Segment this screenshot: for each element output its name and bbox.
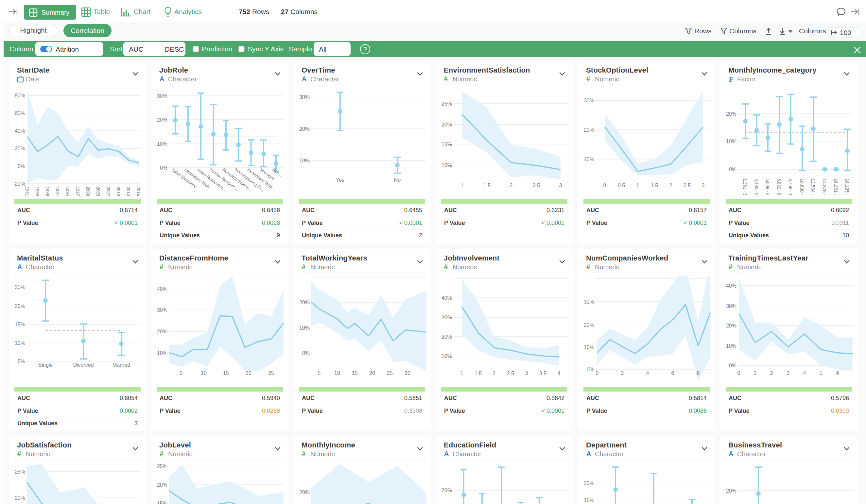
svg-text:6,882 - 8: 6,882 - 8 [776,178,781,195]
svg-text:8,756 - 1: 8,756 - 1 [788,178,793,195]
svg-text:2.5: 2.5 [684,183,691,188]
svg-text:1,261 - 3: 1,261 - 3 [742,178,747,195]
svg-text:6: 6 [671,370,674,376]
svg-text:14,378 -: 14,378 - [822,178,827,195]
svg-text:30%: 30% [584,98,594,103]
svg-text:1994: 1994 [65,187,70,196]
svg-text:18,125 -: 18,125 - [844,178,850,195]
svg-text:40%: 40% [442,295,452,301]
svg-text:0: 0 [603,183,606,188]
svg-text:25%: 25% [157,463,167,469]
svg-text:10%: 10% [584,157,594,162]
svg-text:12,504 -: 12,504 - [810,178,815,195]
svg-text:2: 2 [770,370,773,376]
svg-text:15: 15 [352,370,358,376]
svg-text:20%: 20% [157,329,167,334]
svg-text:6: 6 [836,370,839,376]
svg-text:20%: 20% [442,122,452,127]
svg-text:10%: 10% [299,158,310,164]
svg-text:3: 3 [702,183,705,188]
svg-text:20%: 20% [726,488,736,494]
svg-text:2013: 2013 [126,187,131,196]
svg-text:2003: 2003 [96,187,101,196]
svg-text:5%: 5% [18,359,25,364]
svg-text:20%: 20% [299,300,310,305]
svg-text:60%: 60% [15,111,25,116]
svg-text:10%: 10% [15,340,25,346]
svg-text:10%: 10% [442,353,452,359]
svg-text:40%: 40% [157,286,167,292]
svg-text:0: 0 [737,370,741,376]
svg-text:10%: 10% [157,350,167,356]
svg-text:0%: 0% [587,367,594,372]
svg-text:20%: 20% [299,490,310,495]
svg-text:Married: Married [112,362,130,368]
svg-text:1.5: 1.5 [484,183,490,188]
svg-text:3: 3 [787,370,790,376]
svg-text:2: 2 [621,370,624,376]
svg-text:10: 10 [201,370,207,376]
svg-text:1985: 1985 [35,187,40,196]
svg-text:No: No [394,177,401,183]
svg-text:1981: 1981 [24,187,30,196]
svg-text:20%: 20% [15,495,25,501]
svg-text:2010: 2010 [116,187,121,196]
svg-text:20%: 20% [157,482,167,488]
svg-text:15%: 15% [584,497,594,503]
svg-text:2007: 2007 [106,187,111,196]
svg-text:20%: 20% [584,322,594,328]
svg-text:20: 20 [369,370,375,376]
svg-text:Divorced: Divorced [73,362,93,368]
svg-text:0%: 0% [729,167,736,172]
svg-text:2000: 2000 [85,187,91,196]
svg-text:20%: 20% [726,111,736,117]
svg-text:20%: 20% [15,303,25,309]
svg-text:2: 2 [493,371,496,376]
svg-text:20%: 20% [157,117,167,123]
svg-text:1991: 1991 [55,187,60,196]
svg-text:1988: 1988 [45,187,50,196]
svg-text:30%: 30% [157,307,167,313]
svg-text:1: 1 [460,371,464,376]
svg-text:1: 1 [461,183,464,188]
svg-text:0%: 0% [729,363,736,368]
svg-text:3: 3 [559,183,562,188]
svg-text:15%: 15% [15,322,25,327]
svg-text:20%: 20% [726,323,736,328]
svg-text:5,009 - 6: 5,009 - 6 [765,178,770,195]
svg-text:1.5: 1.5 [651,183,658,188]
svg-text:5: 5 [318,370,321,376]
svg-text:-20%: -20% [13,181,25,187]
svg-text:20%: 20% [15,146,25,151]
svg-text:2: 2 [510,183,513,188]
svg-text:30%: 30% [157,93,167,99]
svg-text:16,251 -: 16,251 - [833,178,839,195]
svg-text:10%: 10% [726,138,736,144]
svg-text:0.5: 0.5 [618,183,625,188]
svg-text:2: 2 [669,183,673,188]
svg-text:4: 4 [646,370,649,376]
svg-text:8: 8 [697,370,700,376]
svg-text:25: 25 [387,370,393,376]
svg-text:10: 10 [334,370,340,376]
svg-text:80%: 80% [15,93,25,98]
svg-text:10%: 10% [442,163,452,168]
svg-text:1.5: 1.5 [475,371,482,376]
svg-text:5: 5 [180,370,183,376]
svg-text:20%: 20% [442,334,452,339]
svg-text:40%: 40% [15,128,25,134]
svg-text:25: 25 [268,370,274,376]
svg-text:15%: 15% [442,142,452,147]
svg-text:2.5: 2.5 [533,183,540,188]
svg-text:0%: 0% [302,350,310,356]
svg-text:20%: 20% [584,127,594,133]
svg-text:5: 5 [820,370,822,376]
svg-text:1: 1 [754,370,757,376]
svg-text:40%: 40% [726,283,736,289]
svg-text:0%: 0% [18,164,25,169]
svg-text:1997: 1997 [75,187,80,196]
svg-text:20%: 20% [299,126,310,132]
svg-text:2.5: 2.5 [507,371,514,376]
svg-text:10%: 10% [299,325,310,331]
svg-text:25%: 25% [15,469,25,474]
